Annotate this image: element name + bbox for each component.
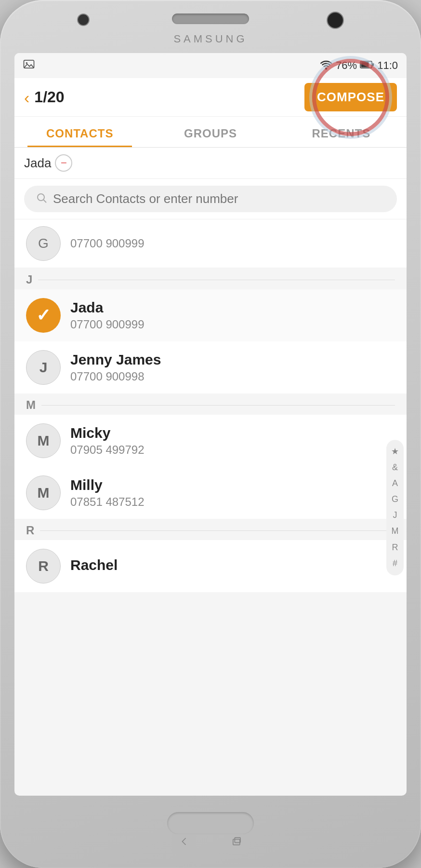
tab-groups[interactable]: GROUPS bbox=[145, 127, 276, 147]
contact-name: Rachel bbox=[70, 557, 395, 573]
battery-percent: 76% bbox=[336, 59, 357, 72]
contact-list-area: G 07700 900999 J ✓ Jada 07700 900999 bbox=[14, 219, 407, 796]
status-icons: 76% 11:0 bbox=[319, 59, 398, 72]
contact-item-jada[interactable]: ✓ Jada 07700 900999 bbox=[14, 289, 407, 341]
back-button[interactable]: ‹ bbox=[24, 89, 29, 106]
avatar: M bbox=[26, 423, 61, 458]
screen: 76% 11:0 ‹ 1/20 COMPOSE bbox=[14, 53, 407, 796]
phone-frame: SAMSUNG 76% 11:0 bbox=[0, 0, 421, 868]
svg-line-6 bbox=[44, 200, 47, 203]
svg-rect-7 bbox=[233, 839, 240, 845]
contact-phone: 07700 900998 bbox=[70, 370, 395, 383]
compose-button-wrapper: COMPOSE bbox=[304, 83, 397, 111]
phone-bottom-nav bbox=[0, 829, 421, 854]
compose-button[interactable]: COMPOSE bbox=[304, 83, 397, 111]
avatar: R bbox=[26, 549, 61, 583]
top-bar: ‹ 1/20 COMPOSE bbox=[14, 78, 407, 117]
selected-chips-bar: Jada − bbox=[14, 148, 407, 179]
alpha-m[interactable]: M bbox=[390, 525, 401, 539]
section-header-m: M bbox=[14, 393, 407, 415]
alpha-hash[interactable]: # bbox=[391, 556, 399, 570]
search-bar bbox=[14, 179, 407, 219]
tab-contacts[interactable]: CONTACTS bbox=[14, 127, 145, 147]
alpha-ampersand[interactable]: & bbox=[390, 461, 400, 475]
wifi-icon bbox=[319, 59, 333, 72]
battery-icon bbox=[360, 60, 374, 71]
avatar: G bbox=[26, 226, 61, 261]
contact-phone: 07700 900999 bbox=[70, 237, 145, 250]
brand-label: SAMSUNG bbox=[173, 33, 247, 45]
contact-name: Milly bbox=[70, 477, 395, 493]
contact-name: Jada bbox=[70, 299, 395, 316]
alpha-j[interactable]: J bbox=[391, 509, 399, 523]
alphabet-scroller[interactable]: ★ & A G J M R # bbox=[386, 440, 404, 576]
svg-rect-4 bbox=[372, 63, 374, 66]
contact-item-rachel[interactable]: R Rachel bbox=[14, 540, 407, 592]
time-display: 11:0 bbox=[377, 59, 398, 72]
contact-phone: 07700 900999 bbox=[70, 318, 395, 331]
section-header-j: J bbox=[14, 268, 407, 289]
search-icon bbox=[36, 192, 47, 206]
tab-recents[interactable]: RECENTS bbox=[276, 127, 407, 147]
chip-name: Jada bbox=[24, 156, 51, 171]
alpha-g[interactable]: G bbox=[390, 492, 400, 506]
contact-item-micky[interactable]: M Micky 07905 499792 bbox=[14, 415, 407, 467]
section-header-r: R bbox=[14, 519, 407, 540]
partial-contact-g[interactable]: G 07700 900999 bbox=[14, 219, 407, 268]
front-camera bbox=[77, 14, 90, 26]
tabs: CONTACTS GROUPS RECENTS bbox=[14, 117, 407, 148]
contact-item-milly[interactable]: M Milly 07851 487512 bbox=[14, 467, 407, 519]
chip-remove-button[interactable]: − bbox=[55, 154, 72, 172]
contact-item-jenny[interactable]: J Jenny James 07700 900998 bbox=[14, 341, 407, 393]
camera bbox=[327, 12, 344, 29]
alpha-star[interactable]: ★ bbox=[389, 445, 401, 459]
contact-phone: 07905 499792 bbox=[70, 443, 395, 457]
status-bar: 76% 11:0 bbox=[14, 53, 407, 78]
home-button[interactable] bbox=[167, 812, 254, 834]
contact-phone: 07851 487512 bbox=[70, 495, 395, 509]
avatar: M bbox=[26, 475, 61, 510]
contact-name: Jenny James bbox=[70, 352, 395, 368]
svg-point-5 bbox=[38, 194, 44, 201]
search-input[interactable] bbox=[53, 191, 385, 206]
avatar: ✓ bbox=[26, 298, 61, 333]
avatar: J bbox=[26, 350, 61, 385]
alpha-r[interactable]: R bbox=[390, 541, 400, 555]
image-icon bbox=[22, 57, 36, 74]
svg-rect-3 bbox=[361, 62, 369, 67]
page-count: 1/20 bbox=[34, 88, 64, 106]
selected-chip-jada: Jada − bbox=[24, 154, 72, 172]
contact-name: Micky bbox=[70, 425, 395, 441]
alpha-a[interactable]: A bbox=[390, 476, 400, 490]
speaker bbox=[172, 14, 249, 24]
